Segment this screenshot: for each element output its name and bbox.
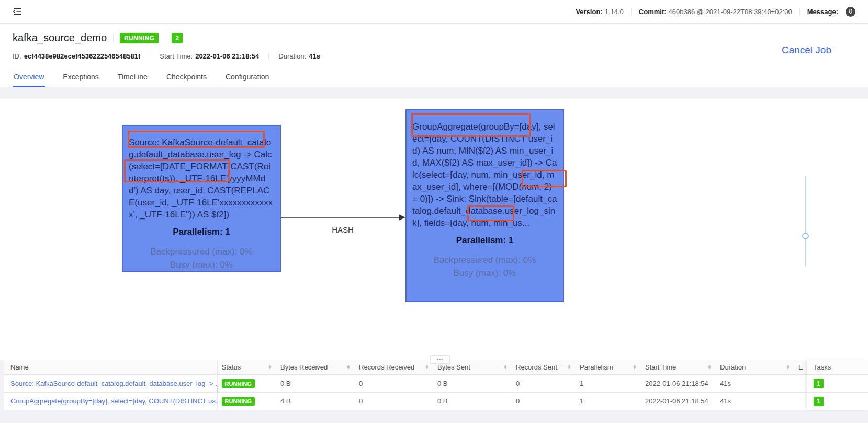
vertex-link[interactable]: Source: KafkaSource-default_catalog.defa… <box>10 379 217 387</box>
header-records-sent[interactable]: Records Sent <box>512 360 576 374</box>
header-tasks: Tasks <box>807 360 868 375</box>
zoom-slider-handle[interactable] <box>802 233 809 239</box>
tasks-count-badge[interactable]: 1 <box>814 397 824 406</box>
tab-bar: Overview Exceptions TimeLine Checkpoints… <box>0 67 868 87</box>
node-description: Source: KafkaSource-default_catalog.defa… <box>129 136 274 221</box>
job-title: kafka_source_demo <box>13 32 107 44</box>
duration-value: 41s <box>309 52 320 60</box>
commit-value: 460b386 @ 2021-09-22T08:39:40+02:00 <box>669 8 792 16</box>
zoom-slider-rail[interactable] <box>805 176 806 266</box>
records-received-cell: 0 <box>355 392 433 410</box>
sort-icon[interactable] <box>567 364 571 370</box>
header-start-time[interactable]: Start Time <box>641 360 716 374</box>
job-id-value: ecf4438e982ecef4536222546548581f <box>24 52 141 60</box>
divider <box>631 8 632 15</box>
sort-icon[interactable] <box>346 364 351 370</box>
graph-node-groupaggregate[interactable]: GroupAggregate(groupBy=[day], select=[da… <box>405 109 564 302</box>
sort-icon[interactable] <box>707 364 712 370</box>
commit-label: Commit: <box>639 8 669 16</box>
version-label: Version: <box>576 8 604 16</box>
parallelism-cell: 1 <box>576 374 641 392</box>
header-bytes-received[interactable]: Bytes Received <box>276 360 355 374</box>
duration-label: Duration: <box>278 52 306 60</box>
table-row[interactable]: Source: KafkaSource-default_catalog.defa… <box>4 374 868 392</box>
records-sent-cell: 0 <box>512 392 576 410</box>
bytes-received-cell: 4 B <box>276 392 355 410</box>
header-duration[interactable]: Duration <box>716 360 794 374</box>
bytes-received-cell: 0 B <box>276 374 355 392</box>
tab-checkpoints[interactable]: Checkpoints <box>165 67 208 87</box>
section-gap <box>0 87 868 99</box>
start-time-cell: 2022-01-06 21:18:54 <box>641 392 716 410</box>
sort-icon[interactable] <box>503 364 508 370</box>
node-description: GroupAggregate(groupBy=[day], select=[da… <box>412 121 557 229</box>
task-table-card: Name Status Bytes Received Records Recei… <box>0 360 868 410</box>
tab-timeline[interactable]: TimeLine <box>117 67 149 87</box>
graph-node-source[interactable]: Source: KafkaSource-default_catalog.defa… <box>122 125 281 272</box>
node-parallelism: Parallelism: 1 <box>412 235 557 246</box>
edge-arrow <box>281 212 407 223</box>
bytes-sent-cell: 0 B <box>433 374 512 392</box>
job-header: kafka_source_demo RUNNING 2 ID: ecf4438e… <box>0 24 868 60</box>
divider <box>165 34 165 42</box>
node-busy: Busy (max): 0% <box>129 258 274 271</box>
divider <box>268 53 269 60</box>
tasks-count-badge[interactable]: 1 <box>814 379 824 388</box>
bytes-sent-cell: 0 B <box>433 392 512 410</box>
records-received-cell: 0 <box>355 374 433 392</box>
header-parallelism[interactable]: Parallelism <box>576 360 641 374</box>
header-status[interactable]: Status <box>217 360 276 374</box>
node-backpressured: Backpressured (max): 0% <box>129 245 274 258</box>
sort-icon[interactable] <box>268 364 272 370</box>
node-backpressured: Backpressured (max): 0% <box>412 253 557 267</box>
topbar: Version: 1.14.0 Commit: 460b386 @ 2021-0… <box>0 0 868 24</box>
divider <box>150 53 150 60</box>
start-time-value: 2022-01-06 21:18:54 <box>195 52 259 60</box>
tasks-fixed-column: Tasks 1 1 <box>807 360 868 410</box>
header-name: Name <box>4 360 217 374</box>
status-badge: RUNNING <box>222 379 255 388</box>
table-row[interactable]: GroupAggregate(groupBy=[day], select=[da… <box>4 392 868 410</box>
menu-fold-icon[interactable] <box>13 7 22 16</box>
message-count-badge[interactable]: 0 <box>846 7 855 17</box>
version-value: 1.14.0 <box>605 8 624 16</box>
node-busy: Busy (max): 0% <box>412 267 557 280</box>
sort-icon[interactable] <box>786 364 790 370</box>
duration-cell: 41s <box>716 392 794 410</box>
parallelism-cell: 1 <box>576 392 641 410</box>
start-time-cell: 2022-01-06 21:18:54 <box>641 374 716 392</box>
message-label: Message: <box>807 8 840 16</box>
job-status-badge: RUNNING <box>120 33 159 43</box>
divider <box>799 8 800 15</box>
job-id-label: ID: <box>13 52 21 60</box>
node-parallelism: Parallelism: 1 <box>129 227 274 237</box>
ellipsis-resize-handle-icon[interactable] <box>430 355 450 364</box>
cancel-job-button[interactable]: Cancel Job <box>782 44 831 56</box>
status-badge: RUNNING <box>222 397 255 406</box>
tab-configuration[interactable]: Configuration <box>224 67 270 87</box>
task-count-badge: 2 <box>172 33 183 43</box>
duration-cell: 41s <box>716 374 794 392</box>
start-time-label: Start Time: <box>160 52 193 60</box>
edge-label-hash: HASH <box>314 225 371 234</box>
sort-icon[interactable] <box>425 364 429 370</box>
sort-icon[interactable] <box>633 364 637 370</box>
column-resize-handle-icon[interactable] <box>215 380 220 396</box>
header-records-received[interactable]: Records Received <box>355 360 433 374</box>
bottom-gap <box>0 410 868 423</box>
vertex-link[interactable]: GroupAggregate(groupBy=[day], select=[da… <box>10 397 217 405</box>
divider <box>113 34 114 42</box>
job-graph-canvas[interactable]: HASH Source: KafkaSource-default_catalog… <box>0 99 868 360</box>
tab-exceptions[interactable]: Exceptions <box>62 67 99 87</box>
task-table: Name Status Bytes Received Records Recei… <box>4 360 868 410</box>
records-sent-cell: 0 <box>512 374 576 392</box>
tab-overview[interactable]: Overview <box>13 67 45 87</box>
